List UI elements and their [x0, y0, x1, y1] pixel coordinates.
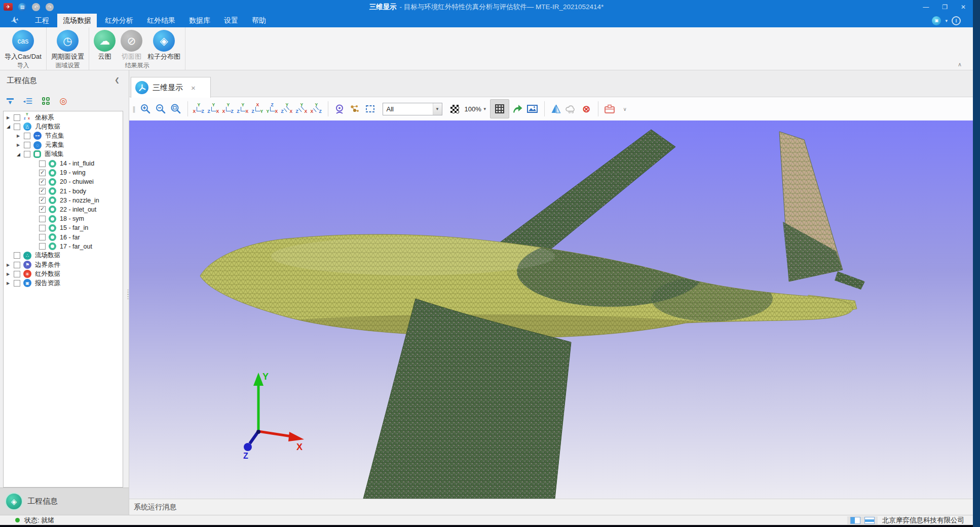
tree-item[interactable]: ◢△几何数据 — [4, 122, 123, 131]
contour-cloud-button[interactable]: ☁云图 — [91, 27, 118, 61]
transparency-icon[interactable] — [448, 102, 462, 116]
tree-item[interactable]: ▶Yzx坐标系 — [4, 113, 123, 122]
tree-item[interactable]: ▶⚑边界条件 — [4, 260, 123, 269]
view-iso-rear-icon[interactable]: YZX — [281, 103, 294, 115]
skin-dropdown-icon[interactable]: ▾ — [945, 18, 948, 23]
tree-item[interactable]: 14 - int_fluid — [4, 159, 123, 168]
toolbar-drag-handle[interactable]: ∥ — [132, 105, 135, 113]
expander-icon[interactable]: ▶ — [7, 272, 14, 276]
zoom-level-dropdown[interactable]: 100%▼ — [465, 105, 487, 113]
visibility-checkbox[interactable] — [39, 170, 46, 176]
menu-item-6[interactable]: 帮助 — [246, 14, 272, 27]
combo-arrow-icon[interactable]: ▼ — [433, 103, 442, 115]
tree-item[interactable]: ∴流场数据 — [4, 251, 123, 260]
snapshot-icon[interactable] — [526, 102, 540, 116]
tree-item[interactable]: 22 - inlet_out — [4, 205, 123, 214]
tree-item[interactable]: 21 - body — [4, 187, 123, 196]
zoom-in-icon[interactable] — [139, 102, 153, 116]
zoom-dropdown-icon[interactable]: ▼ — [483, 107, 487, 111]
close-button[interactable]: ✕ — [961, 4, 966, 11]
tree-item[interactable]: ▶▣报告资源 — [4, 278, 123, 288]
menu-item-2[interactable]: 红外分析 — [99, 14, 139, 27]
about-button[interactable]: ∥ — [952, 16, 961, 25]
restore-button[interactable]: ❐ — [942, 4, 948, 11]
select-region-icon[interactable] — [363, 102, 377, 116]
menu-item-5[interactable]: 设置 — [218, 14, 244, 27]
undo-icon[interactable]: ↶ — [32, 3, 40, 11]
zoom-out-icon[interactable] — [154, 102, 168, 116]
visibility-checkbox[interactable] — [14, 271, 20, 277]
visibility-checkbox[interactable] — [14, 252, 20, 259]
display-filter-select[interactable]: All▼ — [383, 103, 442, 115]
visibility-checkbox[interactable] — [39, 197, 46, 204]
expander-icon[interactable]: ▶ — [17, 134, 24, 138]
mesh-display-icon[interactable] — [490, 99, 509, 118]
grid-view-icon[interactable] — [41, 96, 51, 106]
redo-icon[interactable]: ↷ — [46, 3, 54, 11]
view-front-icon[interactable]: YXZ — [193, 103, 206, 115]
probe-icon[interactable] — [333, 102, 347, 116]
tree-item[interactable]: 16 - far — [4, 232, 123, 241]
layout-split-vertical-icon[interactable] — [850, 517, 860, 524]
target-icon[interactable]: ◎ — [58, 96, 68, 106]
visibility-checkbox[interactable] — [39, 216, 46, 222]
visibility-checkbox[interactable] — [14, 114, 20, 121]
skin-button[interactable]: ▣ — [932, 16, 941, 25]
visibility-checkbox[interactable] — [14, 280, 20, 287]
menu-item-3[interactable]: 红外结果 — [141, 14, 181, 27]
view-back-icon[interactable]: YZX — [207, 103, 220, 115]
expander-icon[interactable]: ◢ — [17, 152, 24, 157]
tree-item[interactable]: ◢面域集 — [4, 150, 123, 159]
visibility-checkbox[interactable] — [39, 206, 46, 213]
clear-icon[interactable]: ⊗ — [580, 102, 593, 116]
tab-close-icon[interactable]: × — [191, 84, 196, 92]
visibility-checkbox[interactable] — [39, 234, 46, 240]
tree-item[interactable]: 19 - wing — [4, 168, 123, 177]
tree-item[interactable]: 23 - nozzle_in — [4, 196, 123, 205]
panel-collapse-icon[interactable]: ❮ — [115, 76, 120, 84]
cloud-display-icon[interactable] — [564, 102, 578, 116]
ribbon-collapse-icon[interactable]: ∧ — [958, 61, 962, 68]
view-top-icon[interactable]: XZY — [251, 103, 265, 115]
panel-footer-tab[interactable]: ◈ 工程信息 — [0, 488, 129, 515]
expander-icon[interactable]: ◢ — [7, 124, 14, 129]
view-bottom-icon[interactable]: ZYX — [266, 103, 279, 115]
visibility-checkbox[interactable] — [24, 133, 30, 139]
tree-item[interactable]: 17 - far_out — [4, 242, 123, 251]
layout-split-horizontal-icon[interactable] — [864, 517, 875, 524]
tree-item[interactable]: ▶◌元素集 — [4, 141, 123, 150]
tree-item[interactable]: 18 - sym — [4, 214, 123, 223]
view-iso-side-icon[interactable]: YXZ — [310, 103, 323, 115]
period-face-button[interactable]: ◷周期面设置 — [49, 27, 87, 61]
tab-3d-view[interactable]: 三维显示 × — [131, 77, 211, 98]
menu-item-4[interactable]: 数据库 — [183, 14, 216, 27]
app-menu-button[interactable]: ✈ — [4, 3, 13, 11]
tree-item[interactable]: 15 - far_in — [4, 223, 123, 232]
view-left-icon[interactable]: YXZ — [222, 103, 235, 115]
visibility-checkbox[interactable] — [39, 243, 46, 250]
particle-distribution-button[interactable]: ◈粒子分布图 — [145, 27, 183, 61]
visibility-checkbox[interactable] — [24, 142, 30, 148]
zoom-fit-icon[interactable] — [169, 102, 183, 116]
view-right-icon[interactable]: YZX — [237, 103, 250, 115]
menu-item-0[interactable]: 工程 — [29, 14, 55, 27]
particle-trace-icon[interactable] — [348, 102, 362, 116]
expander-icon[interactable]: ▶ — [7, 263, 14, 267]
expander-icon[interactable]: ▶ — [7, 281, 14, 286]
visibility-checkbox[interactable] — [39, 160, 46, 167]
visibility-checkbox[interactable] — [39, 188, 46, 194]
tree-item[interactable]: ▶✳红外数据 — [4, 269, 123, 278]
viewport-3d[interactable]: Y X Z — [129, 120, 973, 499]
minimize-button[interactable]: — — [923, 4, 929, 11]
render-export-dropdown-icon[interactable]: ∨ — [618, 102, 632, 116]
export-view-icon[interactable] — [511, 102, 524, 116]
visibility-checkbox[interactable] — [39, 225, 46, 231]
view-iso-front-icon[interactable]: YZX — [295, 103, 309, 115]
expander-icon[interactable]: ▶ — [7, 115, 14, 120]
visibility-checkbox[interactable] — [39, 179, 46, 185]
cas-button[interactable]: cas导入Cas/Dat — [2, 27, 44, 61]
tree-item[interactable]: ▶⊶节点集 — [4, 131, 123, 140]
menu-item-1[interactable]: 流场数据 — [57, 14, 97, 27]
visibility-checkbox[interactable] — [14, 124, 20, 130]
mirror-icon[interactable] — [549, 102, 563, 116]
